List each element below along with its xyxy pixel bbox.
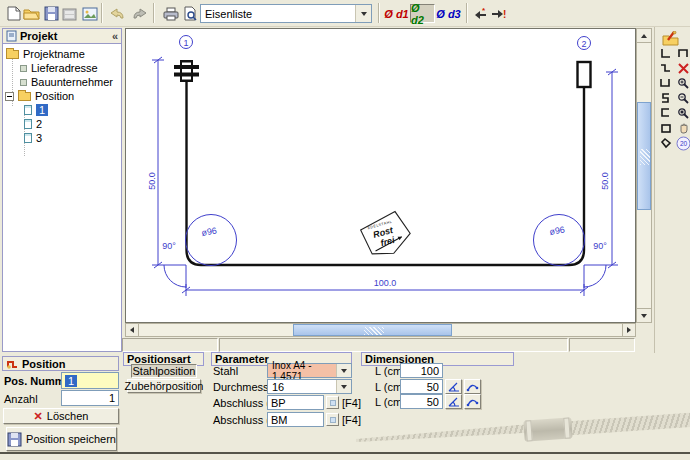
contractor-leaf-icon — [20, 79, 27, 86]
abschluss1-input[interactable]: BP — [267, 395, 324, 410]
scroll-right-button[interactable] — [622, 323, 636, 337]
drawing-canvas[interactable]: 1 2 ø96 ø96 — [125, 28, 636, 323]
delete-x-icon: ✕ — [34, 410, 43, 423]
print-icon[interactable] — [161, 4, 180, 23]
scroll-up-button[interactable] — [636, 28, 652, 43]
dropdown-arrow-icon[interactable] — [355, 5, 371, 22]
tree-item-position-folder[interactable]: Position — [5, 89, 74, 103]
durchmesser-dropdown[interactable]: 16 — [267, 379, 352, 394]
open-folder-icon[interactable] — [22, 4, 41, 23]
shape-z-icon[interactable] — [657, 61, 673, 76]
shape-u-open-icon[interactable] — [675, 46, 690, 61]
abschluss1-picker-button[interactable] — [326, 396, 339, 409]
dim-row3-angle-button[interactable] — [445, 394, 462, 409]
shape-u-icon[interactable] — [657, 76, 673, 91]
abschluss2-input[interactable]: BM — [267, 412, 324, 427]
collapse-minus-icon[interactable] — [5, 92, 14, 101]
pos-number-input[interactable]: 1 — [61, 372, 119, 389]
edit-shape-icon[interactable] — [661, 30, 679, 47]
dimension-right — [584, 69, 618, 268]
shape-s-icon[interactable] — [657, 91, 673, 106]
zubehoerposition-label: Zubehörposition — [125, 380, 204, 392]
anzahl-value: 1 — [109, 392, 115, 404]
dropdown-arrow-icon[interactable] — [336, 364, 351, 377]
abschluss2-picker-button[interactable] — [326, 413, 339, 426]
delete-shape-icon[interactable] — [675, 61, 690, 76]
list-type-value: Eisenliste — [201, 8, 355, 20]
delete-button[interactable]: ✕ Löschen — [3, 408, 119, 424]
dim-row2-input[interactable]: 50 — [400, 379, 443, 394]
marker-2-label: 2 — [581, 39, 586, 49]
floppy-icon — [7, 432, 22, 447]
collapse-panel-button[interactable]: « — [112, 30, 118, 42]
archive-icon[interactable] — [60, 4, 79, 23]
marker-1-label: 1 — [183, 38, 188, 48]
dropdown-arrow-icon[interactable] — [336, 380, 351, 393]
end-symbol-bp — [174, 60, 199, 82]
list-type-dropdown[interactable]: Eisenliste — [200, 4, 372, 23]
tree-item-label: 2 — [36, 118, 42, 130]
new-document-icon[interactable] — [4, 4, 23, 23]
abschluss1-value: BP — [271, 397, 286, 409]
tree-item-bauunternehmer[interactable]: Bauunternehmer — [20, 75, 113, 89]
dim-row2-angle-button[interactable] — [445, 379, 462, 394]
redo-icon[interactable] — [130, 4, 149, 23]
diameter-d3-button[interactable]: Ø d3 — [436, 4, 461, 23]
rebar-coupler-photo — [356, 408, 690, 452]
zoom-in-icon[interactable] — [675, 76, 690, 91]
shape-l-icon[interactable] — [657, 46, 673, 61]
vertical-scroll-thumb[interactable] — [637, 102, 651, 210]
angle-icon — [447, 396, 460, 408]
tree-item-position-2[interactable]: 2 — [24, 117, 42, 131]
shape-c-icon[interactable] — [657, 106, 673, 121]
dim-row1-input[interactable]: 100 — [400, 363, 443, 378]
tree-item-projektname[interactable]: Projektname — [6, 47, 85, 61]
zoom-level-badge[interactable]: 20 — [675, 136, 690, 151]
application-window: Eisenliste Ø d1 Ø d2 Ø d3 * ! Projekt « … — [0, 0, 690, 460]
delete-button-label: Löschen — [47, 410, 89, 422]
save-position-button[interactable]: Position speichern — [6, 427, 117, 451]
address-leaf-icon — [20, 65, 27, 72]
position-panel-header: Position — [2, 356, 119, 371]
zoom-window-icon[interactable] — [675, 106, 690, 121]
anzahl-input[interactable]: 1 — [61, 390, 119, 406]
status-cell-2 — [219, 338, 568, 352]
bend-icon — [466, 381, 479, 393]
diameter-d2-button[interactable]: Ø d2 — [410, 4, 435, 23]
dim-row2-bend-button[interactable] — [464, 379, 481, 394]
scroll-down-button[interactable] — [636, 308, 652, 323]
stahlposition-button[interactable]: Stahlposition — [131, 364, 197, 378]
bend-diameter-right: ø96 — [549, 224, 566, 237]
zubehoerposition-button[interactable]: Zubehörposition — [127, 379, 201, 393]
bend-circle-right — [534, 215, 585, 266]
svg-text:!: ! — [503, 9, 506, 20]
stahl-dropdown[interactable]: Inox A4 - 1.4571 — [267, 363, 352, 378]
dim-row3-value: 50 — [427, 396, 439, 408]
dim-row3-bend-button[interactable] — [464, 394, 481, 409]
undo-icon[interactable] — [108, 4, 127, 23]
tree-item-position-3[interactable]: 3 — [24, 131, 42, 145]
zoom-level-value: 20 — [679, 140, 687, 147]
image-icon[interactable] — [80, 4, 99, 23]
angle-icon — [447, 381, 460, 393]
tree-item-label: Bauunternehmer — [31, 76, 113, 88]
scroll-left-button[interactable] — [125, 323, 139, 337]
zoom-out-icon[interactable] — [675, 91, 690, 106]
shape-tilted-rect-icon[interactable] — [657, 136, 673, 151]
dim-row2-value: 50 — [427, 381, 439, 393]
print-preview-icon[interactable] — [181, 4, 200, 23]
end-symbol-bm — [578, 62, 591, 87]
tree-item-position-1[interactable]: 1 — [24, 103, 48, 117]
save-icon[interactable] — [42, 4, 61, 23]
horizontal-scroll-thumb[interactable] — [293, 324, 452, 336]
toolbar-separator — [153, 3, 155, 23]
insert-position-alert-icon[interactable]: ! — [489, 4, 508, 23]
tree-item-lieferadresse[interactable]: Lieferadresse — [20, 61, 98, 75]
dim-row3-input[interactable]: 50 — [400, 394, 443, 409]
diameter-d1-button[interactable]: Ø d1 — [384, 4, 409, 23]
anzahl-label: Anzahl — [4, 392, 38, 406]
shape-rect-icon[interactable] — [657, 121, 673, 136]
pan-hand-icon[interactable] — [675, 121, 690, 136]
dimension-left-value: 50.0 — [147, 172, 157, 190]
stahl-label: Stahl — [213, 364, 238, 378]
